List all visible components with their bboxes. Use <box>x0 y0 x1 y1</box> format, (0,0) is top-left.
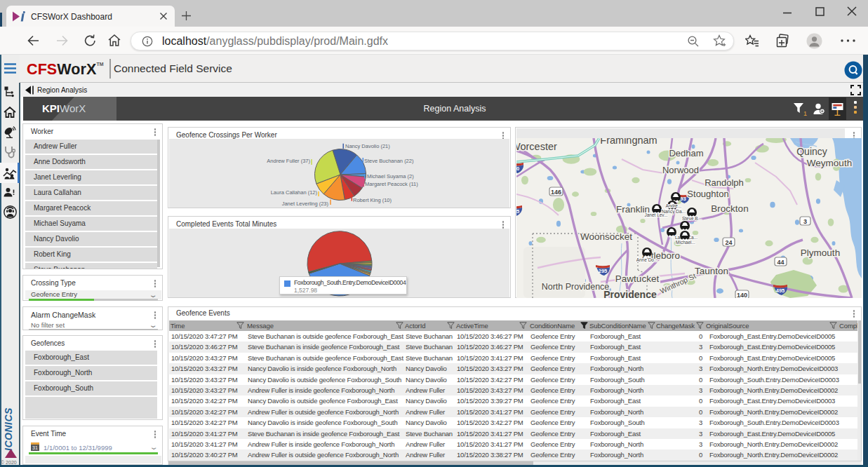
svg-text:Taunton: Taunton <box>695 266 728 276</box>
svg-text:295: 295 <box>599 268 608 274</box>
svg-text:Providence: Providence <box>603 289 657 298</box>
svg-text:3: 3 <box>803 218 807 225</box>
svg-text:395: 395 <box>516 208 519 215</box>
svg-text:Andrew Fuller (37): Andrew Fuller (37) <box>267 158 310 164</box>
svg-text:Pawtucket: Pawtucket <box>615 273 660 284</box>
svg-text:Quincy: Quincy <box>796 146 827 157</box>
svg-text:24: 24 <box>725 239 732 246</box>
svg-text:Steve Buchanan (22): Steve Buchanan (22) <box>364 158 414 164</box>
svg-text:44: 44 <box>777 259 784 266</box>
svg-text:Nancy Da...: Nancy Da... <box>662 209 686 215</box>
svg-text:Margaret Peacock (11): Margaret Peacock (11) <box>365 181 418 187</box>
svg-text:Steve B...: Steve B... <box>682 216 702 221</box>
svg-text:Dedham: Dedham <box>669 148 703 158</box>
svg-text:Randolph: Randolph <box>705 177 744 188</box>
svg-text:Nancy Davolio (21): Nancy Davolio (21) <box>345 143 390 149</box>
svg-text:140: 140 <box>737 292 747 299</box>
svg-text:31: 31 <box>32 445 38 450</box>
svg-text:Weymouth: Weymouth <box>807 158 852 168</box>
svg-text:90: 90 <box>516 165 519 172</box>
svg-text:495: 495 <box>776 287 785 294</box>
svg-text:Plymouth: Plymouth <box>801 248 840 258</box>
svg-text:Anne Do...: Anne Do... <box>636 257 658 262</box>
svg-text:Worcester: Worcester <box>516 141 557 152</box>
svg-text:Michael Suyama (2): Michael Suyama (2) <box>367 173 414 180</box>
svg-text:Stoughton: Stoughton <box>687 189 728 199</box>
svg-text:Framingham: Framingham <box>600 138 657 146</box>
svg-text:Andre...: Andre... <box>666 203 682 208</box>
svg-text:Norwood: Norwood <box>662 165 699 175</box>
svg-text:146: 146 <box>551 189 561 196</box>
svg-text:93: 93 <box>680 196 686 202</box>
svg-text:Brockton: Brockton <box>711 203 748 214</box>
svg-text:Janet Leverling (23): Janet Leverling (23) <box>282 201 329 207</box>
svg-text:Michael...: Michael... <box>676 240 695 245</box>
svg-text:Woonsocket: Woonsocket <box>580 231 632 242</box>
svg-text:North Providence: North Providence <box>542 282 610 292</box>
svg-text:Robert King (10): Robert King (10) <box>353 197 392 203</box>
svg-text:1: 1 <box>803 110 807 116</box>
svg-text:Laura Callahan (12): Laura Callahan (12) <box>271 189 318 196</box>
